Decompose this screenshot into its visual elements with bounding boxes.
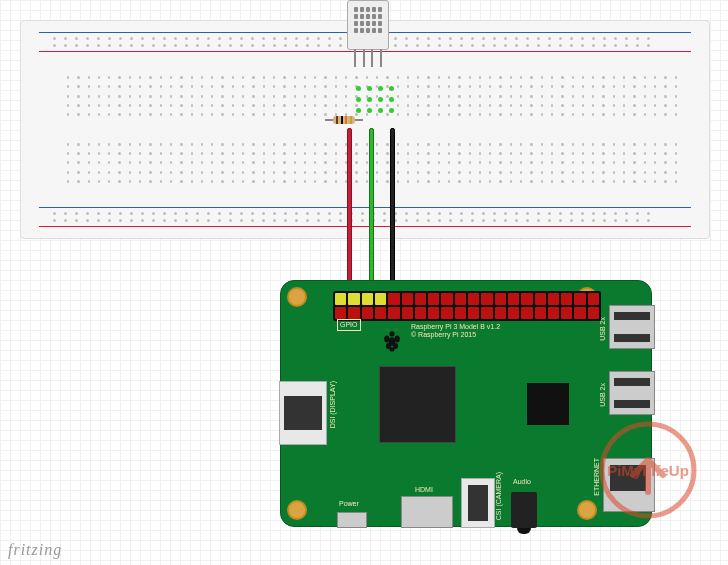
tie-point [389,86,394,91]
soc-chip [379,366,456,443]
svg-point-6 [389,331,394,336]
csi-camera-port [461,478,495,528]
tie-point [389,97,394,102]
audio-label: Audio [513,478,531,486]
dht22-sensor [344,0,390,68]
usb-top-label: USB 2x [599,317,607,341]
power-label: Power [339,500,359,508]
tie-point [378,108,383,113]
hdmi-label: HDMI [415,486,433,494]
tie-point [367,86,372,91]
wire-gnd-black [390,128,395,290]
gpio-header [333,291,601,321]
breadboard-power-rail-bottom [39,202,691,232]
wire-vcc-red [347,128,352,295]
svg-point-1 [384,336,389,343]
tie-point [378,97,383,102]
pullup-resistor-10k [325,115,363,125]
watermark-logo: PiMyLifeUp [598,420,698,520]
dsi-label: DSI (DISPLAY) [329,381,337,428]
gpio-label: GPIO [337,319,361,331]
mounting-hole [287,500,307,520]
tie-point [367,97,372,102]
dht-pin-nc [371,49,373,67]
dht-pin-data [363,49,365,67]
dht-pin-vcc [354,49,356,67]
mounting-hole [577,500,597,520]
csi-label: CSI (CAMERA) [495,472,503,520]
breadboard-terminal-strips [39,69,691,190]
svg-point-2 [395,336,400,343]
raspberry-pi-logo-icon [381,326,403,352]
board-model-label: Raspberry Pi 3 Model B v1.2 © Raspberry … [411,323,500,340]
usb-port-middle [609,371,655,415]
tool-credit: fritzing [8,541,62,559]
audio-jack [511,492,537,528]
usb-port-top [609,305,655,349]
secondary-chip [527,383,569,425]
raspberry-pi-board: GPIO Raspberry Pi 3 Model B v1.2 © Raspb… [280,280,652,527]
tie-point [367,108,372,113]
watermark-text: PiMyLifeUp [607,462,689,479]
tie-point [389,108,394,113]
hdmi-port [401,496,453,528]
mounting-hole [287,287,307,307]
tie-point [378,86,383,91]
dht-pin-gnd [380,49,382,67]
tie-point [356,86,361,91]
usb-mid-label: USB 2x [599,383,607,407]
svg-point-5 [389,347,394,351]
dsi-display-port [279,381,327,445]
tie-point [356,108,361,113]
wire-data-green [369,128,374,300]
tie-point [356,97,361,102]
micro-usb-power [337,512,367,528]
